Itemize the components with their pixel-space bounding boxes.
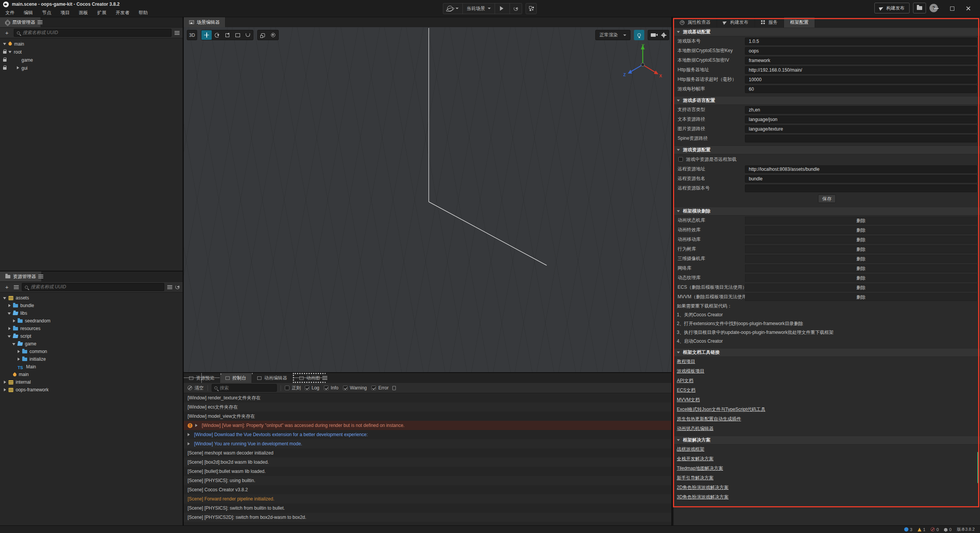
asset-row[interactable]: assets [0,294,183,302]
menu-item[interactable]: 项目 [56,8,74,17]
section-header[interactable]: 框架模块删除 [674,207,980,216]
log-level-checkbox[interactable] [324,386,328,390]
delete-module-button[interactable]: 删除 [745,293,977,301]
log-row[interactable]: ! [Window] model_view文件夹存在 [184,412,671,421]
doc-link[interactable]: 动画状态机编辑器 [677,425,714,432]
expand-arrow-icon[interactable] [8,373,11,376]
inspector-scrollbar-thumb[interactable] [977,452,979,483]
asset-row[interactable]: Main [0,363,183,371]
inspector-tab[interactable]: 服务 [755,17,784,28]
log-level-checkbox[interactable] [305,386,309,390]
doc-link[interactable]: ECS文档 [677,387,696,394]
assets-search-input[interactable]: 搜索名称或 UUID [22,283,164,291]
asset-row[interactable]: game [0,340,183,348]
warning-count-chip[interactable]: 1 [918,527,925,532]
log-row[interactable]: ! [Scene] [box2d]:box2d wasm lib loaded. [184,458,671,467]
scale-tool-button[interactable] [222,30,232,40]
section-header[interactable]: 框架解决方案 [674,436,980,445]
config-value-input[interactable]: 1.0.5 [745,38,977,45]
inspector-tab[interactable]: 框架配置 [784,17,815,28]
refresh-icon[interactable] [175,285,180,289]
expand-arrow-icon[interactable] [8,327,11,330]
log-row[interactable]: ! [Window] Download the Vue Devtools ext… [184,430,671,439]
config-value-input[interactable]: http://192.168.0.150/main/ [745,66,977,74]
section-header[interactable]: 游戏多语言配置 [674,96,980,105]
remote-load-checkbox[interactable] [678,157,683,162]
menu-item[interactable]: 文件 [1,8,19,17]
regex-toggle[interactable]: 正则 [285,385,301,391]
expand-arrow-icon[interactable] [16,66,20,70]
open-project-folder-button[interactable] [913,3,926,13]
asset-row[interactable]: initialize [0,355,183,363]
solution-link[interactable]: 新手引导解决方案 [677,475,714,481]
expand-arrow-icon[interactable] [8,312,11,315]
config-value-input[interactable] [745,135,977,142]
restart-button[interactable] [510,3,522,14]
expand-arrow-icon[interactable] [12,365,16,369]
expand-arrow-icon[interactable] [17,358,20,361]
section-header[interactable]: 游戏基础配置 [674,28,980,36]
remote-load-toggle[interactable]: 游戏中资源是否远程加载 [674,154,980,164]
section-header[interactable]: 框架文档工具链接 [674,348,980,357]
menu-item[interactable]: 编辑 [19,8,38,17]
section-header[interactable]: 游戏资源配置 [674,146,980,154]
doc-link[interactable]: Excel格式转Json文件与TypeScript代码工具 [677,406,765,413]
gizmo-settings-button[interactable] [268,30,278,40]
log-row[interactable]: ! [Scene] Cocos Creator v3.8.2 [184,485,671,494]
expand-arrow-icon[interactable] [12,319,16,323]
asset-row[interactable]: main [0,371,183,378]
config-value-input[interactable]: 60 [745,85,977,93]
rect-tool-button[interactable] [232,30,243,40]
doc-link[interactable]: 游戏模板项目 [677,368,704,374]
clear-console-button[interactable]: 清空 [188,385,204,391]
solution-link[interactable]: Tiledmap地图解决方案 [677,465,723,472]
solution-link[interactable]: 3D角色扮演游戏解决方案 [677,494,728,500]
menu-item[interactable]: 开发者 [111,8,134,17]
menu-item[interactable]: 面板 [74,8,93,17]
expand-arrow-icon[interactable] [8,335,11,338]
hierarchy-search-input[interactable]: 搜索名称或 UUID [14,29,172,37]
rotate-tool-button[interactable] [212,30,222,40]
doc-link[interactable]: 教程项目 [677,358,695,365]
console-area-tab[interactable]: 动画编辑器 [252,373,293,383]
create-asset-button[interactable]: + [3,283,11,291]
build-publish-button[interactable]: 构建发布 [874,3,910,13]
asset-row[interactable]: oops-framework [0,386,183,394]
hierarchy-filter-icon[interactable] [175,31,180,35]
expand-arrow-icon[interactable] [188,433,191,436]
asset-row[interactable]: seedrandom [0,317,183,325]
delete-module-button[interactable]: 删除 [745,245,977,253]
asset-row[interactable]: internal [0,378,183,386]
lighting-toggle-button[interactable] [634,30,644,40]
expand-arrow-icon[interactable] [195,424,199,427]
expand-arrow-icon[interactable] [3,388,7,392]
doc-link[interactable]: API文档 [677,378,693,384]
expand-arrow-icon[interactable] [3,381,7,384]
error-count-chip[interactable]: 0 [931,527,939,532]
expand-arrow-icon[interactable] [8,50,12,54]
preview-qr-button[interactable] [526,3,537,14]
log-row[interactable]: ! [Scene] [bullet]:bullet wasm lib loade… [184,467,671,476]
config-value-input[interactable] [745,185,977,192]
log-row[interactable]: ! [Scene] Forward render pipeline initia… [184,494,671,504]
inspector-tab[interactable]: 属性检查器 [674,17,717,28]
config-value-input[interactable]: language/json [745,116,977,123]
solution-link[interactable]: 全栈开发解决方案 [677,456,714,462]
delete-module-button[interactable]: 删除 [745,226,977,234]
asset-row[interactable]: script [0,332,183,340]
scene-viewport[interactable]: 3D 正常渲染 [184,27,671,372]
asset-row[interactable]: libs [0,309,183,317]
tab-scene-editor[interactable]: 场景编辑器 [184,17,225,27]
expand-arrow-icon[interactable] [188,442,191,445]
log-level-toggle[interactable]: Log [305,385,319,391]
close-button[interactable] [966,6,971,11]
dimension-toggle-button[interactable]: 3D [187,30,197,40]
panel-menu-icon[interactable] [322,376,327,380]
render-mode-select[interactable]: 正常渲染 [595,30,630,40]
log-row[interactable]: ! [Window] ecs文件夹存在 [184,402,671,412]
log-row[interactable]: ! [Scene] meshopt wasm decoder initializ… [184,448,671,458]
solution-link[interactable]: 战棋游戏框架 [677,446,704,453]
expand-arrow-icon[interactable] [3,42,7,46]
asset-row[interactable]: bundle [0,302,183,309]
lock-icon[interactable] [3,51,7,54]
